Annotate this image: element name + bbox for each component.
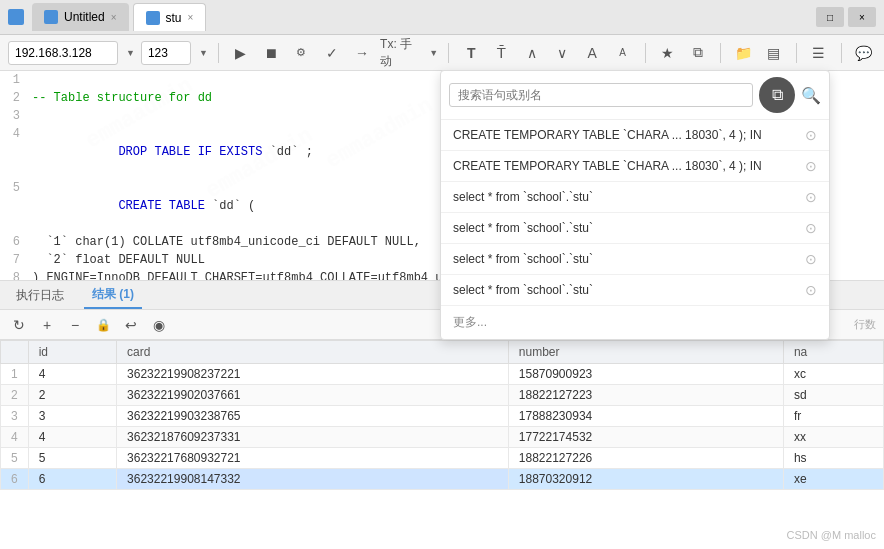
row-3-card[interactable]: 36232219903238765: [117, 406, 509, 427]
tab-result[interactable]: 结果 (1): [84, 282, 142, 309]
history-item-1-icon: ⊙: [805, 127, 817, 143]
history-search-input[interactable]: [449, 83, 753, 107]
row-1-card[interactable]: 36232219908237221: [117, 364, 509, 385]
history-item-3[interactable]: select * from `school`.`stu` ⊙: [441, 182, 829, 213]
row-6-id[interactable]: 6: [28, 469, 116, 490]
history-item-2[interactable]: CREATE TEMPORARY TABLE `CHARA ... 18030`…: [441, 151, 829, 182]
row-4-number[interactable]: 17722174532: [508, 427, 783, 448]
row-2-number[interactable]: 18822127223: [508, 385, 783, 406]
row-2-na[interactable]: sd: [783, 385, 883, 406]
down-button[interactable]: ∨: [550, 41, 574, 65]
star-button[interactable]: ★: [656, 41, 680, 65]
arrow-button[interactable]: →: [350, 41, 374, 65]
history-item-6[interactable]: select * from `school`.`stu` ⊙: [441, 275, 829, 306]
chat-button[interactable]: 💬: [852, 41, 876, 65]
row-2-card[interactable]: 36232219902037661: [117, 385, 509, 406]
history-item-5[interactable]: select * from `school`.`stu` ⊙: [441, 244, 829, 275]
history-dropdown: ⧉ 🔍 CREATE TEMPORARY TABLE `CHARA ... 18…: [440, 70, 830, 340]
up-button[interactable]: ∧: [520, 41, 544, 65]
tab-untitled-close[interactable]: ×: [111, 12, 117, 23]
run-button[interactable]: ▶: [229, 41, 253, 65]
lock-button[interactable]: 🔒: [92, 314, 114, 336]
toolbar-sep-5: [796, 43, 797, 63]
history-item-3-icon: ⊙: [805, 189, 817, 205]
copy-history-button[interactable]: ⧉: [759, 77, 795, 113]
tab-untitled[interactable]: Untitled ×: [32, 3, 129, 31]
table-row[interactable]: 2 2 36232219902037661 18822127223 sd: [1, 385, 884, 406]
row-6-card[interactable]: 36232219908147332: [117, 469, 509, 490]
history-item-6-text: select * from `school`.`stu`: [453, 283, 797, 297]
col-card: card: [117, 341, 509, 364]
font-a-button[interactable]: A: [580, 41, 604, 65]
font-a2-button[interactable]: A: [610, 41, 634, 65]
refresh-button[interactable]: ↻: [8, 314, 30, 336]
tx-label: Tx: 手动: [380, 36, 421, 70]
history-more-button[interactable]: 更多...: [441, 306, 829, 339]
check-button[interactable]: ✓: [320, 41, 344, 65]
host-input[interactable]: [8, 41, 118, 65]
col-rownum: [1, 341, 29, 364]
row-2-num: 2: [1, 385, 29, 406]
table-row[interactable]: 3 3 36232219903238765 17888230934 fr: [1, 406, 884, 427]
menu-button[interactable]: ☰: [807, 41, 831, 65]
col-number: number: [508, 341, 783, 364]
maximize-button[interactable]: ×: [848, 7, 876, 27]
table-row[interactable]: 4 4 36232187609237331 17722174532 xx: [1, 427, 884, 448]
font-button[interactable]: T: [459, 41, 483, 65]
tab-untitled-label: Untitled: [64, 10, 105, 24]
result-table[interactable]: id card number na 1 4 36232219908237221 …: [0, 340, 884, 549]
table-row[interactable]: 1 4 36232219908237221 15870900923 xc: [1, 364, 884, 385]
explain-button[interactable]: ⚙: [289, 41, 313, 65]
row-6-na[interactable]: xe: [783, 469, 883, 490]
row-5-card[interactable]: 36232217680932721: [117, 448, 509, 469]
port-dropdown-arrow[interactable]: ▼: [199, 48, 208, 58]
host-dropdown-arrow[interactable]: ▼: [126, 48, 135, 58]
table-row[interactable]: 5 5 36232217680932721 18822127226 hs: [1, 448, 884, 469]
tab-stu-close[interactable]: ×: [188, 12, 194, 23]
history-item-2-text: CREATE TEMPORARY TABLE `CHARA ... 18030`…: [453, 159, 797, 173]
tab-stu-label: stu: [166, 11, 182, 25]
row-3-num: 3: [1, 406, 29, 427]
row-1-number[interactable]: 15870900923: [508, 364, 783, 385]
row-5-id[interactable]: 5: [28, 448, 116, 469]
font2-button[interactable]: T̄: [489, 41, 513, 65]
row-4-num: 4: [1, 427, 29, 448]
row-1-id[interactable]: 4: [28, 364, 116, 385]
stop-button[interactable]: ⏹: [259, 41, 283, 65]
tab-execution-log[interactable]: 执行日志: [8, 283, 72, 308]
row-2-id[interactable]: 2: [28, 385, 116, 406]
copy-button[interactable]: ⧉: [686, 41, 710, 65]
row-3-na[interactable]: fr: [783, 406, 883, 427]
toolbar-sep-3: [645, 43, 646, 63]
delete-row-button[interactable]: −: [64, 314, 86, 336]
row-4-na[interactable]: xx: [783, 427, 883, 448]
history-item-1[interactable]: CREATE TEMPORARY TABLE `CHARA ... 18030`…: [441, 120, 829, 151]
minimize-button[interactable]: □: [816, 7, 844, 27]
tab-untitled-icon: [44, 10, 58, 24]
row-5-na[interactable]: hs: [783, 448, 883, 469]
history-item-4[interactable]: select * from `school`.`stu` ⊙: [441, 213, 829, 244]
table-row-selected[interactable]: 6 6 36232219908147332 18870320912 xe: [1, 469, 884, 490]
row-5-number[interactable]: 18822127226: [508, 448, 783, 469]
history-item-2-icon: ⊙: [805, 158, 817, 174]
search-icon[interactable]: 🔍: [801, 86, 821, 105]
folder-button[interactable]: 📁: [731, 41, 755, 65]
row-5-num: 5: [1, 448, 29, 469]
tab-stu[interactable]: stu ×: [133, 3, 207, 31]
undo-button[interactable]: ↩: [120, 314, 142, 336]
history-item-5-text: select * from `school`.`stu`: [453, 252, 797, 266]
row-4-id[interactable]: 4: [28, 427, 116, 448]
csdn-watermark: CSDN @M malloc: [787, 529, 876, 541]
toolbar-sep-1: [218, 43, 219, 63]
row-1-na[interactable]: xc: [783, 364, 883, 385]
row-4-card[interactable]: 36232187609237331: [117, 427, 509, 448]
row-3-id[interactable]: 3: [28, 406, 116, 427]
port-input[interactable]: [141, 41, 191, 65]
tx-dropdown-arrow[interactable]: ▼: [429, 48, 438, 58]
add-row-button[interactable]: +: [36, 314, 58, 336]
toolbar-sep-2: [448, 43, 449, 63]
row-6-number[interactable]: 18870320912: [508, 469, 783, 490]
row-3-number[interactable]: 17888230934: [508, 406, 783, 427]
record-button[interactable]: ◉: [148, 314, 170, 336]
folder2-button[interactable]: ▤: [761, 41, 785, 65]
